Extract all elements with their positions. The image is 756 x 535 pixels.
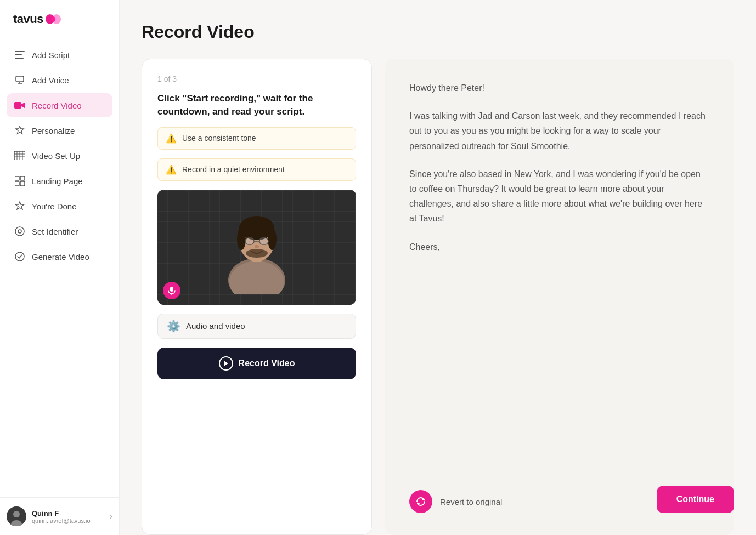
revert-label: Revert to original — [440, 497, 502, 506]
sidebar-item-youre-done[interactable]: You're Done — [7, 194, 112, 218]
svg-point-32 — [268, 228, 277, 250]
sidebar-item-landing-page[interactable]: Landing Page — [7, 169, 112, 193]
sidebar-item-personalize[interactable]: Personalize — [7, 118, 112, 143]
youre-done-icon — [14, 201, 25, 212]
left-card: 1 of 3 Click "Start recording," wait for… — [142, 59, 372, 535]
svg-point-22 — [15, 252, 24, 261]
play-circle-icon — [219, 356, 233, 371]
script-greeting: Howdy there Peter! — [409, 81, 710, 95]
generate-video-icon — [14, 251, 25, 262]
continue-btn-wrapper: Continue — [657, 486, 734, 513]
svg-rect-34 — [259, 238, 268, 244]
script-text: Howdy there Peter! I was talking with Ja… — [409, 81, 710, 463]
sidebar-label-record-video: Record Video — [32, 101, 82, 110]
sidebar-label-add-voice: Add Voice — [32, 76, 69, 85]
sidebar-item-set-identifier[interactable]: Set Identifier — [7, 219, 112, 243]
set-identifier-icon — [14, 226, 25, 237]
sidebar-item-generate-video[interactable]: Generate Video — [7, 244, 112, 269]
svg-rect-9 — [14, 102, 21, 109]
sidebar-label-video-setup: Video Set Up — [32, 151, 80, 161]
mic-badge — [163, 282, 180, 299]
user-info: Quinn F quinn.favref@tavus.io — [32, 509, 104, 524]
person-silhouette — [221, 201, 292, 294]
svg-point-36 — [255, 245, 259, 248]
video-setup-icon — [14, 150, 25, 161]
avatar — [7, 506, 26, 526]
svg-rect-4 — [15, 54, 22, 55]
script-paragraph-1: I was talking with Jad and Carson last w… — [409, 109, 710, 153]
svg-point-24 — [13, 511, 20, 517]
content-area: 1 of 3 Click "Start recording," wait for… — [142, 59, 734, 535]
logo: tavus — [0, 0, 119, 37]
svg-rect-16 — [15, 176, 19, 180]
brand-icon — [46, 14, 61, 24]
record-btn-label: Record Video — [239, 358, 295, 368]
tip-quiet: ⚠️ Record in a quiet environment — [157, 158, 356, 181]
svg-point-2 — [51, 16, 55, 22]
audio-video-button[interactable]: ⚙️ Audio and video — [157, 314, 356, 339]
svg-rect-5 — [15, 58, 24, 59]
video-preview — [157, 190, 356, 305]
svg-point-21 — [18, 230, 21, 233]
sidebar-label-add-script: Add Script — [32, 50, 70, 60]
brand-name: tavus — [13, 12, 43, 26]
user-profile[interactable]: Quinn F quinn.favref@tavus.io › — [0, 497, 119, 535]
record-video-button[interactable]: Record Video — [157, 348, 356, 379]
sidebar-label-generate-video: Generate Video — [32, 252, 89, 261]
video-frame — [157, 190, 356, 305]
svg-rect-18 — [15, 181, 19, 186]
add-voice-icon — [14, 75, 25, 86]
user-email: quinn.favref@tavus.io — [32, 517, 104, 524]
gear-icon: ⚙️ — [167, 320, 180, 333]
step-instruction: Click "Start recording," wait for the co… — [157, 92, 356, 118]
svg-point-37 — [246, 249, 268, 258]
user-name: Quinn F — [32, 509, 104, 517]
sidebar-item-add-script[interactable]: Add Script — [7, 43, 112, 67]
tip-quiet-text: Record in a quiet environment — [182, 165, 285, 174]
record-video-icon — [14, 100, 25, 111]
sidebar: tavus Add Script Add Voice — [0, 0, 120, 535]
main-content: Record Video 1 of 3 Click "Start recordi… — [120, 0, 756, 535]
svg-point-31 — [237, 228, 246, 250]
sidebar-label-set-identifier: Set Identifier — [32, 227, 78, 236]
sidebar-label-youre-done: You're Done — [32, 202, 77, 211]
script-paragraph-2: Since you're also based in New York, and… — [409, 167, 710, 226]
svg-rect-6 — [16, 76, 24, 82]
sidebar-nav: Add Script Add Voice Record Video Person… — [0, 37, 119, 497]
continue-button[interactable]: Continue — [657, 486, 734, 513]
svg-rect-3 — [15, 51, 25, 52]
tip-tone-icon: ⚠️ — [166, 133, 177, 144]
add-script-icon — [14, 49, 25, 60]
landing-page-icon — [14, 175, 25, 186]
revert-button[interactable] — [409, 490, 432, 513]
page-title: Record Video — [142, 22, 734, 42]
sidebar-item-video-setup[interactable]: Video Set Up — [7, 144, 112, 168]
personalize-icon — [14, 125, 25, 136]
svg-rect-19 — [20, 181, 25, 186]
svg-rect-38 — [170, 287, 173, 292]
tip-quiet-icon: ⚠️ — [166, 164, 177, 175]
sidebar-item-add-voice[interactable]: Add Voice — [7, 68, 112, 92]
svg-rect-33 — [245, 238, 254, 244]
svg-rect-17 — [20, 176, 25, 180]
step-counter: 1 of 3 — [157, 75, 356, 83]
sidebar-item-record-video[interactable]: Record Video — [7, 93, 112, 117]
sidebar-label-personalize: Personalize — [32, 126, 75, 135]
svg-point-20 — [15, 227, 24, 236]
sidebar-label-landing-page: Landing Page — [32, 177, 83, 186]
tip-tone: ⚠️ Use a consistent tone — [157, 127, 356, 150]
tip-tone-text: Use a consistent tone — [182, 134, 256, 143]
audio-video-label: Audio and video — [186, 321, 245, 331]
right-card: Howdy there Peter! I was talking with Ja… — [385, 59, 734, 535]
script-paragraph-3: Cheers, — [409, 240, 710, 254]
chevron-right-icon: › — [110, 511, 112, 521]
